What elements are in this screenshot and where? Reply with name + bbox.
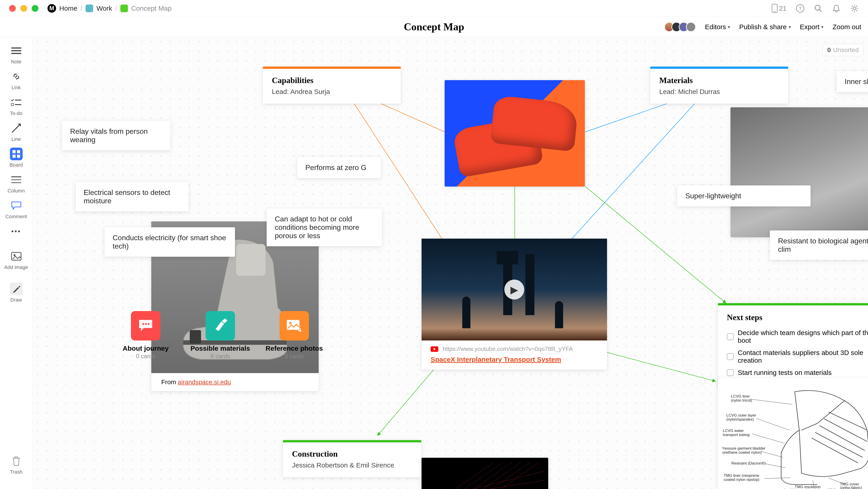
breadcrumb-current: Concept Map xyxy=(131,4,172,12)
video-url: https://www.youtube.com/watch?v=0qo78R_y… xyxy=(443,345,572,352)
video-title-link[interactable]: SpaceX Interplanetary Transport System xyxy=(431,356,598,363)
notifications-icon[interactable] xyxy=(832,4,841,13)
section-title: Materials xyxy=(659,76,779,85)
tool-trash[interactable]: Trash xyxy=(0,452,32,478)
checkbox[interactable] xyxy=(727,353,734,360)
more-icon: ••• xyxy=(10,225,23,238)
play-icon[interactable]: ▶ xyxy=(504,280,524,299)
section-construction[interactable]: Construction Jessica Robertson & Emil Si… xyxy=(283,440,421,477)
unsorted-badge[interactable]: 0Unsorted xyxy=(823,44,864,56)
avatar[interactable] xyxy=(686,22,696,32)
tool-note[interactable]: Note xyxy=(0,42,32,67)
svg-rect-13 xyxy=(12,150,16,153)
note-relay-vitals[interactable]: Relay vitals from person wearing xyxy=(62,121,170,150)
svg-point-4 xyxy=(815,5,820,10)
app-icon[interactable]: M xyxy=(48,4,56,13)
note-zero-g[interactable]: Performs at zero G xyxy=(297,157,381,178)
close-window-button[interactable] xyxy=(9,5,16,12)
video-thumbnail[interactable]: ▶ xyxy=(422,239,607,341)
tool-comment[interactable]: Comment xyxy=(0,197,32,222)
todo-item[interactable]: Decide which team designs which part of … xyxy=(727,327,868,347)
minimize-window-button[interactable] xyxy=(20,5,27,12)
image-icon xyxy=(10,250,23,263)
section-color-bar xyxy=(650,66,788,69)
checkbox[interactable] xyxy=(727,333,734,340)
note-inner-shoe[interactable]: Inner shoe wi xyxy=(837,71,868,92)
document-header-actions: Editors▾ Publish & share▾ Export▾ Zoom o… xyxy=(667,22,861,32)
column-icon xyxy=(10,173,23,186)
svg-rect-35 xyxy=(287,320,300,330)
image-caption: From airandspace.si.edu xyxy=(151,373,319,391)
board-about-journey[interactable]: About journey 0 cards xyxy=(114,311,177,360)
export-dropdown[interactable]: Export▾ xyxy=(800,23,824,31)
tool-line[interactable]: Line xyxy=(0,119,32,145)
note-sensors[interactable]: Electrical sensors to detect moisture xyxy=(75,182,189,211)
todo-item[interactable]: Start running tests on materials xyxy=(727,367,868,379)
left-toolbar: Note Link To-do Line Board Column Commen… xyxy=(0,37,33,489)
board-canvas[interactable]: 0Unsorted Capabilities Lead: Andrea Surj… xyxy=(33,37,868,489)
note-superlight[interactable]: Super-lightweight xyxy=(677,185,811,206)
note-conduct[interactable]: Conducts electricity (for smart shoe tec… xyxy=(104,227,235,257)
svg-text:(urethane coated nylon): (urethane coated nylon) xyxy=(722,450,762,455)
svg-text:(nylon/spandex): (nylon/spandex) xyxy=(726,417,754,422)
section-materials[interactable]: Materials Lead: Michel Durras xyxy=(650,66,788,104)
todo-icon xyxy=(10,96,23,109)
tool-more[interactable]: ••• xyxy=(0,222,32,240)
source-link[interactable]: airandspace.si.edu xyxy=(178,378,231,385)
checkbox[interactable] xyxy=(727,369,734,376)
titlebar-right: 21 ? xyxy=(771,4,859,13)
page-title[interactable]: Concept Map xyxy=(404,21,464,33)
breadcrumb-home[interactable]: Home xyxy=(59,4,78,12)
board-icon xyxy=(206,311,235,341)
note-resistant[interactable]: Resistant to biological agents and clim xyxy=(770,230,868,260)
section-color-bar xyxy=(283,440,421,442)
publish-dropdown[interactable]: Publish & share▾ xyxy=(739,23,790,31)
svg-text:Pressure garment bladder: Pressure garment bladder xyxy=(722,446,766,451)
suit-diagram[interactable]: LCVG liner(nylon tricot) LCVG outer laye… xyxy=(718,378,868,489)
tool-link[interactable]: Link xyxy=(0,67,32,93)
title-bar: M Home / Work / Concept Map 21 ? xyxy=(0,0,868,17)
tool-todo[interactable]: To-do xyxy=(0,93,32,119)
work-folder-icon xyxy=(86,4,93,12)
board-icon xyxy=(10,148,23,160)
section-color-bar xyxy=(263,66,401,69)
board-reference-photos[interactable]: Reference photos 3 cards xyxy=(262,311,326,360)
tool-add-image[interactable]: Add image xyxy=(0,247,32,273)
svg-line-5 xyxy=(819,10,822,12)
mobile-sync-badge[interactable]: 21 xyxy=(771,4,786,13)
sneaker-photo[interactable] xyxy=(445,80,585,186)
todo-item[interactable]: Contact materials suppliers about 3D sol… xyxy=(727,347,868,367)
breadcrumb: M Home / Work / Concept Map xyxy=(48,4,172,13)
editors-dropdown[interactable]: Editors▾ xyxy=(705,23,730,31)
section-capabilities[interactable]: Capabilities Lead: Andrea Surja xyxy=(263,66,401,104)
tool-draw[interactable]: Draw xyxy=(0,280,32,306)
svg-point-34 xyxy=(148,323,150,325)
chevron-down-icon: ▾ xyxy=(788,24,791,30)
unsorted-count: 0 xyxy=(827,47,831,53)
svg-rect-16 xyxy=(17,154,20,158)
help-icon[interactable]: ? xyxy=(796,4,805,13)
svg-rect-30 xyxy=(236,244,266,276)
gray-shoe-photo[interactable] xyxy=(731,107,868,237)
window-controls xyxy=(9,5,38,12)
video-url-row: https://www.youtube.com/watch?v=0qo78R_y… xyxy=(431,345,598,352)
section-lead: Lead: Andrea Surja xyxy=(272,88,392,95)
zoom-out-button[interactable]: Zoom out xyxy=(833,23,861,31)
solar-panel-photo[interactable] xyxy=(422,458,548,489)
board-possible-materials[interactable]: Possible materials 8 cards xyxy=(189,311,252,360)
maximize-window-button[interactable] xyxy=(32,5,38,12)
video-embed-card[interactable]: ▶ https://www.youtube.com/watch?v=0qo78R… xyxy=(422,239,607,370)
tool-board[interactable]: Board xyxy=(0,145,32,171)
breadcrumb-work[interactable]: Work xyxy=(96,4,112,12)
svg-point-36 xyxy=(289,322,291,324)
next-steps-card[interactable]: Next steps Decide which team designs whi… xyxy=(718,303,868,386)
note-adapt[interactable]: Can adapt to hot or cold conditions beco… xyxy=(267,208,382,246)
search-icon[interactable] xyxy=(814,4,823,13)
concept-doc-icon xyxy=(120,4,128,12)
link-icon xyxy=(10,70,23,83)
tool-column[interactable]: Column xyxy=(0,171,32,197)
collaborator-avatars[interactable] xyxy=(667,22,696,32)
settings-icon[interactable] xyxy=(850,4,859,13)
section-title: Construction xyxy=(292,449,412,459)
chevron-down-icon: ▾ xyxy=(728,24,730,30)
